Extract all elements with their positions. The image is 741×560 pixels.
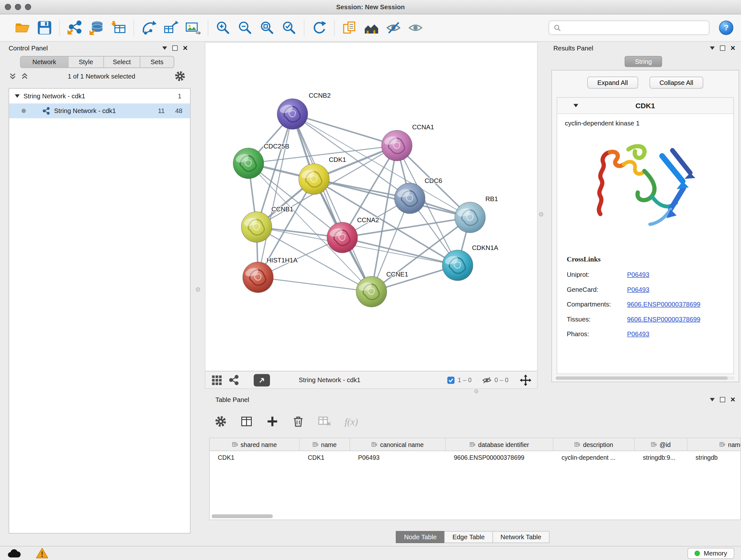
zoom-selected-button[interactable] xyxy=(278,17,300,39)
collapse-all-button[interactable]: Collapse All xyxy=(650,77,703,89)
open-session-button[interactable] xyxy=(11,17,33,39)
expand-all-icon[interactable] xyxy=(21,72,29,80)
tab-sets[interactable]: Sets xyxy=(140,57,174,68)
results-scrollbar[interactable] xyxy=(556,376,735,380)
pharos-link[interactable]: P06493 xyxy=(627,330,650,338)
cell-database-identifier[interactable]: 9606.ENSP00000378699 xyxy=(446,451,554,464)
copy-document-button[interactable] xyxy=(339,17,360,39)
edge-CDK1-RB1[interactable] xyxy=(314,179,470,217)
edge-CCNB2-CCNE1[interactable] xyxy=(293,114,372,292)
cell-id[interactable]: stringdb:9... xyxy=(635,451,687,464)
apply-layout-button[interactable] xyxy=(308,17,330,39)
node-CDKN1A[interactable] xyxy=(442,250,473,281)
node-RB1[interactable] xyxy=(455,202,485,233)
tab-select[interactable]: Select xyxy=(104,57,140,68)
export-table-button[interactable] xyxy=(160,17,182,39)
node-CDC25B[interactable] xyxy=(233,148,264,179)
gene-card-header[interactable]: CDK1 xyxy=(557,98,733,114)
edge-HIST1H1A-CCNE1[interactable] xyxy=(258,277,372,292)
zoom-in-button[interactable] xyxy=(212,17,234,39)
node-CCNB1[interactable] xyxy=(241,212,272,242)
node-CCNB2[interactable] xyxy=(277,99,308,129)
left-splitter-handle[interactable] xyxy=(196,287,200,292)
node-HIST1H1A[interactable] xyxy=(243,262,273,293)
cell-namespace[interactable]: stringdb xyxy=(687,451,741,464)
edge-CCNB2-CCNA1[interactable] xyxy=(293,114,397,145)
genecard-link[interactable]: P06493 xyxy=(627,286,650,294)
panel-maximize-icon[interactable] xyxy=(172,45,178,51)
search-box[interactable] xyxy=(549,21,710,35)
zoom-out-button[interactable] xyxy=(234,17,256,39)
warning-icon[interactable] xyxy=(36,548,49,559)
column-header[interactable]: shared name xyxy=(210,438,300,451)
search-input[interactable] xyxy=(565,24,704,32)
column-header[interactable]: database identifier xyxy=(446,438,554,451)
expand-all-button[interactable]: Expand All xyxy=(587,77,638,89)
export-image-button[interactable] xyxy=(182,17,204,39)
hide-selected-button[interactable] xyxy=(383,17,405,39)
window-minimize-button[interactable] xyxy=(15,4,21,10)
node-CDC6[interactable] xyxy=(394,183,425,213)
compartments-link[interactable]: 9606.ENSP00000378699 xyxy=(627,301,700,308)
panel-close-icon[interactable]: × xyxy=(183,45,188,51)
panel-collapse-icon[interactable] xyxy=(710,46,715,50)
import-network-from-database-button[interactable] xyxy=(86,17,108,39)
delete-column-icon[interactable] xyxy=(292,415,305,428)
tab-style[interactable]: Style xyxy=(69,57,104,68)
import-network-from-file-button[interactable] xyxy=(64,17,86,39)
network-collection-row[interactable]: String Network - cdk1 1 xyxy=(9,89,190,104)
cell-shared-name[interactable]: CDK1 xyxy=(210,451,300,464)
table-row[interactable]: CDK1 CDK1 P06493 9606.ENSP00000378699 cy… xyxy=(210,451,741,464)
edge-CCNB2-HIST1H1A[interactable] xyxy=(258,114,293,277)
zoom-fit-button[interactable] xyxy=(256,17,278,39)
panel-maximize-icon[interactable] xyxy=(720,397,725,402)
column-header[interactable]: namespace xyxy=(687,438,741,451)
tissues-link[interactable]: 9606.ENSP00000378699 xyxy=(627,316,700,323)
import-table-from-file-button[interactable] xyxy=(108,17,130,39)
cell-name[interactable]: CDK1 xyxy=(300,451,350,464)
table-settings-gear-icon[interactable] xyxy=(214,415,227,428)
tab-edge-table[interactable]: Edge Table xyxy=(444,531,493,543)
detach-network-button[interactable] xyxy=(254,374,270,386)
show-all-button[interactable] xyxy=(405,17,427,39)
save-session-button[interactable] xyxy=(33,17,56,39)
network-overview-icon[interactable] xyxy=(228,374,240,386)
window-close-button[interactable] xyxy=(5,4,11,10)
network-canvas[interactable]: CCNB2CCNA1CDC25BCDK1CDC6RB1CCNB1CCNA2CDK… xyxy=(205,42,538,371)
panel-maximize-icon[interactable] xyxy=(720,45,725,51)
node-CCNE1[interactable] xyxy=(356,276,387,307)
tab-network[interactable]: Network xyxy=(21,57,69,68)
string-tab-badge[interactable]: String xyxy=(625,56,662,67)
panel-collapse-icon[interactable] xyxy=(710,398,715,401)
add-column-icon[interactable] xyxy=(266,415,279,428)
pan-tool-icon[interactable] xyxy=(520,374,531,386)
grid-view-icon[interactable] xyxy=(211,374,223,386)
node-CCNA1[interactable] xyxy=(382,130,412,161)
birds-eye-view-button[interactable] xyxy=(360,17,383,39)
cell-canonical-name[interactable]: P06493 xyxy=(350,451,446,464)
node-CDK1[interactable] xyxy=(299,164,329,194)
node-CCNA2[interactable] xyxy=(327,222,358,253)
tab-network-table[interactable]: Network Table xyxy=(492,531,549,543)
panel-close-icon[interactable]: × xyxy=(731,45,735,51)
column-header[interactable]: name xyxy=(300,438,350,451)
collapse-all-icon[interactable] xyxy=(9,72,17,80)
bottom-splitter-handle[interactable] xyxy=(475,389,478,393)
show-columns-icon[interactable] xyxy=(240,415,253,428)
duplicate-network-button[interactable] xyxy=(138,17,160,39)
uniprot-link[interactable]: P06493 xyxy=(627,271,650,278)
help-button[interactable]: ? xyxy=(719,21,733,35)
panel-close-icon[interactable]: × xyxy=(731,397,735,402)
cloud-icon[interactable] xyxy=(7,548,21,558)
gear-icon[interactable] xyxy=(174,71,186,82)
column-header[interactable]: description xyxy=(553,438,635,451)
column-header[interactable]: @id xyxy=(635,438,687,451)
right-splitter-handle[interactable] xyxy=(539,212,543,217)
table-hscrollbar[interactable] xyxy=(212,514,273,518)
panel-collapse-icon[interactable] xyxy=(162,46,167,50)
cell-description[interactable]: cyclin-dependent ... xyxy=(553,451,635,464)
tree-expand-icon[interactable] xyxy=(15,95,20,98)
column-header[interactable]: canonical name xyxy=(350,438,446,451)
tab-node-table[interactable]: Node Table xyxy=(396,531,445,543)
memory-button[interactable]: Memory xyxy=(687,548,734,559)
